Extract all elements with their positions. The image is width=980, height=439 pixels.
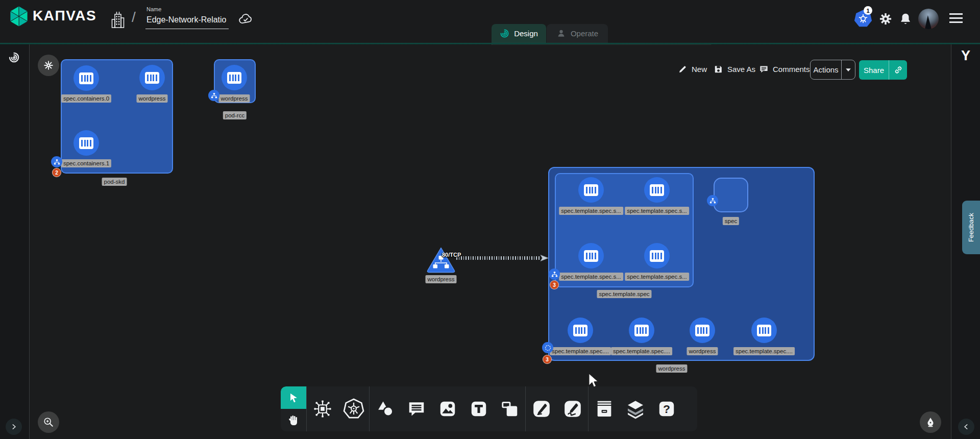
svg-text:?: ? (663, 402, 670, 416)
pod-badge-icon[interactable] (707, 195, 718, 206)
tool-pencil[interactable] (557, 386, 588, 431)
node-label: wordpress (425, 275, 456, 283)
container-icon (584, 250, 598, 262)
kubernetes-count-badge[interactable]: 1 (864, 6, 872, 15)
layer5-y-logo[interactable]: Y (961, 48, 970, 64)
design-name-input[interactable]: Edge-Network-Relatio (146, 15, 227, 25)
node-wordpress-2[interactable] (222, 65, 247, 90)
save-as-button[interactable]: Save As (714, 64, 755, 74)
pod-badge-icon[interactable] (51, 156, 62, 167)
hand-icon (287, 414, 300, 426)
actions-caret[interactable] (841, 60, 855, 79)
sync-swirl-icon[interactable] (8, 52, 20, 63)
container-icon (650, 184, 664, 196)
kanvas-logo-icon[interactable] (7, 5, 31, 28)
design-tools-button[interactable] (920, 411, 941, 433)
canvas-toolbar: ? (281, 386, 697, 431)
tool-select[interactable] (281, 386, 306, 409)
tool-shapes[interactable] (370, 386, 401, 431)
tool-kubernetes[interactable] (338, 386, 369, 431)
tool-comment[interactable] (401, 386, 432, 431)
zoom-in-icon (43, 417, 54, 428)
help-icon: ? (657, 399, 676, 419)
canvas-menu-button[interactable] (38, 55, 59, 76)
pencil-icon (678, 64, 688, 74)
breadcrumb-separator: / (132, 9, 136, 26)
zoom-button[interactable] (38, 411, 59, 433)
error-count-badge[interactable]: 3 (550, 280, 559, 289)
organization-icon[interactable] (110, 10, 126, 31)
new-button[interactable]: New (678, 64, 707, 74)
group-spec-template-spec[interactable] (555, 173, 694, 287)
container-icon (145, 72, 159, 84)
node-bottom-2[interactable] (629, 318, 654, 343)
share-button[interactable]: Share (859, 60, 907, 80)
container-icon (634, 325, 649, 336)
node-spec-containers-0[interactable] (74, 65, 99, 91)
design-canvas[interactable]: Y (0, 44, 980, 439)
hamburger-menu-icon[interactable] (949, 13, 963, 23)
node-bottom-3[interactable] (690, 318, 715, 343)
pod-badge-icon[interactable] (549, 269, 560, 280)
node-bottom-4[interactable] (751, 318, 777, 343)
node-label: spec.template.spec.s... (559, 207, 623, 215)
expand-left-panel-button[interactable] (6, 419, 22, 435)
container-icon (573, 325, 587, 336)
share-link-segment[interactable] (889, 60, 907, 80)
node-spec[interactable] (714, 178, 748, 212)
node-label: spec.template.spec.s... (625, 207, 689, 215)
snowflake-icon (43, 60, 54, 71)
user-avatar[interactable] (918, 9, 939, 29)
tool-archive[interactable] (589, 386, 620, 431)
comments-label: Comments (773, 65, 810, 74)
notifications-bell-icon[interactable] (899, 12, 912, 26)
save-as-label: Save As (727, 65, 755, 74)
node-service-wordpress[interactable] (426, 246, 456, 274)
cursor-arrow-icon (288, 392, 299, 403)
caret-down-icon (845, 68, 851, 72)
actions-dropdown-button[interactable]: Actions (810, 60, 855, 80)
node-bottom-1[interactable] (568, 318, 593, 343)
container-icon (757, 325, 771, 336)
share-label: Share (859, 60, 889, 80)
tool-help[interactable]: ? (651, 386, 682, 431)
tool-layers[interactable] (620, 386, 651, 431)
left-rail-divider (29, 44, 30, 439)
tool-pan[interactable] (281, 409, 306, 431)
tool-component[interactable] (307, 386, 338, 431)
error-count-badge[interactable]: 3 (543, 355, 552, 364)
operate-tab-icon (556, 29, 566, 38)
container-icon (79, 137, 93, 149)
collapse-right-panel-button[interactable] (958, 419, 974, 435)
pen-tool-icon (531, 399, 552, 419)
pod-badge-icon[interactable] (208, 90, 219, 101)
tool-pen[interactable] (526, 386, 557, 431)
feedback-tab[interactable]: Feedback (962, 201, 980, 254)
tab-operate[interactable]: Operate (547, 24, 608, 43)
tab-dotted-edge (492, 44, 711, 45)
comments-button[interactable]: Comments (759, 64, 810, 74)
shapes-icon (375, 399, 396, 419)
kanvas-app: KAΠVAS / Name Edge-Network-Relatio (0, 0, 980, 439)
archive-drawer-icon (594, 399, 615, 419)
node-template-4[interactable] (644, 243, 670, 269)
error-count-badge[interactable]: 2 (52, 168, 61, 177)
node-template-3[interactable] (578, 243, 604, 269)
container-icon (650, 250, 664, 262)
node-template-2[interactable] (644, 177, 670, 203)
cloud-save-icon[interactable] (237, 11, 254, 27)
node-wordpress-1[interactable] (139, 65, 165, 90)
tool-image[interactable] (432, 386, 463, 431)
deployment-badge-icon[interactable] (542, 342, 553, 353)
tool-frame[interactable] (494, 386, 525, 431)
tool-text[interactable] (463, 386, 494, 431)
tab-design[interactable]: Design (492, 24, 546, 43)
edge-wordpress-to-wordpress[interactable] (456, 256, 540, 260)
mouse-cursor (588, 373, 599, 388)
link-icon (894, 65, 903, 75)
node-template-1[interactable] (578, 177, 604, 203)
node-spec-containers-1[interactable] (74, 130, 99, 156)
node-label: spec.template.spec.... (733, 347, 795, 355)
group-label: spec.template.spec (597, 290, 651, 298)
settings-gear-icon[interactable] (879, 12, 892, 26)
